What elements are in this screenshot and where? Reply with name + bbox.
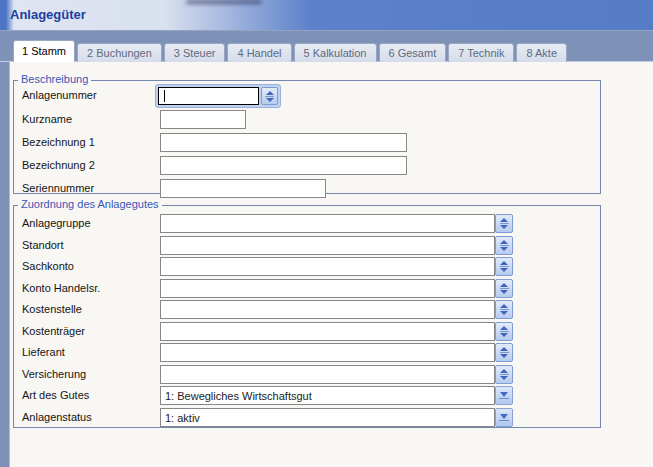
kurzname-input[interactable] [160,110,246,129]
konto-handelsr-spin-field [160,279,513,298]
spin-button[interactable] [495,343,513,362]
spin-up-icon [500,283,508,287]
tab-buchungen[interactable]: 2 Buchungen [77,43,162,62]
anlagenstatus-dropdown[interactable]: 1: aktiv [160,408,513,427]
bezeichnung-1-input[interactable] [160,133,407,152]
kostenstelle-spin-field [160,300,513,319]
spin-divider [500,245,509,246]
spin-button[interactable] [495,300,513,319]
konto-handelsr-label: Konto Handelsr. [22,282,100,294]
kostentraeger-label: Kostenträger [22,325,85,337]
spin-up-icon [500,304,508,308]
spin-up-icon [500,240,508,244]
standort-label: Standort [22,239,64,251]
field-row-sachkonto: Sachkonto [10,257,653,279]
chevron-down-icon [500,414,508,419]
tab-technik[interactable]: 7 Technik [448,43,514,62]
spin-down-icon [500,333,508,337]
text-caret [164,90,165,102]
field-row-anlagegruppe: Anlagegruppe [10,214,653,236]
field-row-bezeichnung-2: Bezeichnung 2 [10,156,653,178]
field-row-anlagenstatus: Anlagenstatus 1: aktiv [10,408,653,430]
spin-up-icon [500,369,508,373]
field-row-art-des-gutes: Art des Gutes 1: Bewegliches Wirtschafts… [10,386,653,408]
spin-down-icon [500,311,508,315]
kostenstelle-label: Kostenstelle [22,303,82,315]
anlagenummer-label: Anlagenummer [22,89,97,101]
spin-button[interactable] [261,87,278,105]
anlagenstatus-label: Anlagenstatus [22,411,92,423]
spin-divider [500,374,509,375]
anlagenstatus-value: 1: aktiv [160,408,495,427]
spin-up-icon [500,218,508,222]
spin-down-icon [500,225,508,229]
field-row-versicherung: Versicherung [10,365,653,387]
bezeichnung-2-input[interactable] [160,156,407,175]
standort-input[interactable] [160,236,495,255]
art-des-gutes-label: Art des Gutes [22,389,89,401]
anlagegruppe-label: Anlagegruppe [22,217,91,229]
clipped-text-artifact [186,0,262,4]
lieferant-input[interactable] [160,343,495,362]
kostenstelle-input[interactable] [160,300,495,319]
tab-stamm[interactable]: 1 Stamm [13,40,75,62]
field-row-standort: Standort [10,236,653,258]
field-row-kostentraeger: Kostenträger [10,322,653,344]
tab-kalkulation[interactable]: 5 Kalkulation [294,43,377,62]
field-row-konto-handelsr: Konto Handelsr. [10,279,653,301]
tab-content-stamm: Beschreibung Anlagenummer Kurzname Bezei… [10,62,653,467]
versicherung-spin-field [160,365,513,384]
spin-divider [500,309,509,310]
seriennummer-input[interactable] [160,179,326,198]
spin-button[interactable] [495,236,513,255]
dropdown-underline [499,398,509,399]
field-row-seriennummer: Seriennummer [10,179,653,201]
versicherung-input[interactable] [160,365,495,384]
bezeichnung-1-label: Bezeichnung 1 [22,136,95,148]
dropdown-button[interactable] [495,408,513,427]
chevron-down-icon [500,392,508,397]
anlagegruppe-input[interactable] [160,214,495,233]
spin-down-icon [266,98,274,102]
field-row-anlagenummer: Anlagenummer [10,84,653,106]
lieferant-label: Lieferant [22,346,65,358]
tab-gesamt[interactable]: 6 Gesamt [379,43,447,62]
tab-steuer[interactable]: 3 Steuer [164,43,226,62]
field-row-kurzname: Kurzname [10,110,653,132]
spin-divider [265,96,274,97]
spin-button[interactable] [495,257,513,276]
anlagenummer-input[interactable] [158,87,259,105]
window-titlebar: Anlagegüter [0,0,653,30]
bezeichnung-2-label: Bezeichnung 2 [22,159,95,171]
spin-down-icon [500,354,508,358]
spin-button[interactable] [495,365,513,384]
spin-divider [500,352,509,353]
spin-up-icon [500,347,508,351]
lieferant-spin-field [160,343,513,362]
field-row-kostenstelle: Kostenstelle [10,300,653,322]
spin-down-icon [500,376,508,380]
dropdown-button[interactable] [495,386,513,405]
sachkonto-label: Sachkonto [22,260,74,272]
spin-button[interactable] [495,279,513,298]
sachkonto-input[interactable] [160,257,495,276]
tab-handel[interactable]: 4 Handel [227,43,291,62]
spin-up-icon [500,326,508,330]
tab-akte[interactable]: 8 Akte [516,43,567,62]
spin-down-icon [500,290,508,294]
art-des-gutes-value: 1: Bewegliches Wirtschaftsgut [160,386,495,405]
konto-handelsr-input[interactable] [160,279,495,298]
tab-strip: 1 Stamm 2 Buchungen 3 Steuer 4 Handel 5 … [13,40,569,62]
spin-button[interactable] [495,322,513,341]
window-title: Anlagegüter [10,7,86,22]
field-row-bezeichnung-1: Bezeichnung 1 [10,133,653,155]
art-des-gutes-dropdown[interactable]: 1: Bewegliches Wirtschaftsgut [160,386,513,405]
seriennummer-label: Seriennummer [22,182,94,194]
spin-button[interactable] [495,214,513,233]
versicherung-label: Versicherung [22,368,86,380]
kostentraeger-input[interactable] [160,322,495,341]
spin-divider [500,288,509,289]
spin-divider [500,223,509,224]
spin-divider [500,331,509,332]
anlagegruppe-spin-field [160,214,513,233]
